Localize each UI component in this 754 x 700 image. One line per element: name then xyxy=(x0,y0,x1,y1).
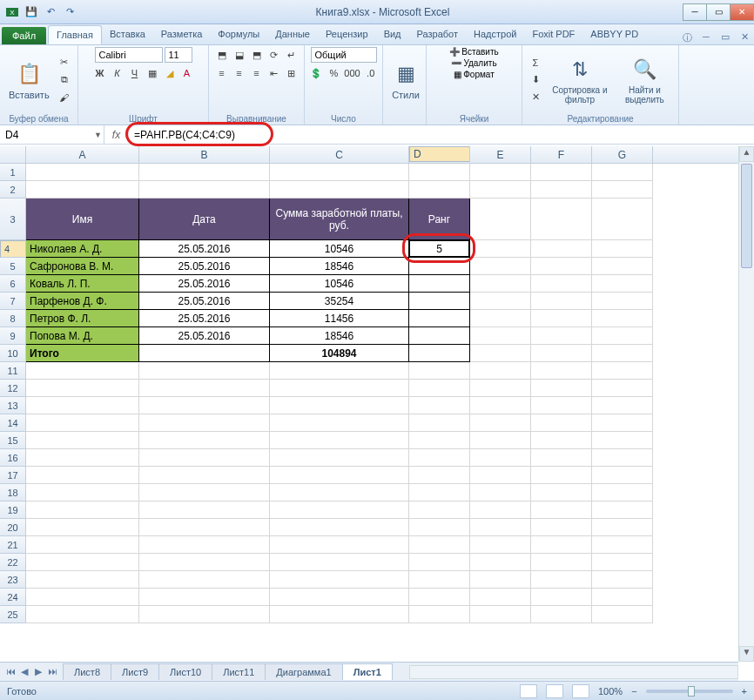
cell-D22[interactable] xyxy=(409,554,470,571)
cell-F10[interactable] xyxy=(531,345,592,362)
ribbon-help-icon[interactable]: ⓘ xyxy=(677,31,697,44)
cell-sum-6[interactable]: 10546 xyxy=(270,275,409,293)
cell-B25[interactable] xyxy=(139,606,270,623)
cell-F22[interactable] xyxy=(531,554,592,571)
cell-A12[interactable] xyxy=(26,380,139,397)
cell-F7[interactable] xyxy=(531,293,592,310)
cell-C21[interactable] xyxy=(270,536,409,554)
cell-rank-5[interactable] xyxy=(409,258,470,275)
fill-icon[interactable]: ⬇ xyxy=(528,72,543,88)
cell-E12[interactable] xyxy=(470,380,531,397)
row-header-20[interactable]: 20 xyxy=(0,519,26,536)
cell-D18[interactable] xyxy=(409,484,470,501)
row-header-21[interactable]: 21 xyxy=(0,536,26,554)
cell-A14[interactable] xyxy=(26,414,139,432)
font-size-select[interactable]: 11 xyxy=(165,47,192,63)
cell-D25[interactable] xyxy=(409,606,470,623)
worksheet-grid[interactable]: ABCDEFG 12345678910111213141516171819202… xyxy=(0,146,738,662)
cell-rank-9[interactable] xyxy=(409,327,470,345)
cell-F23[interactable] xyxy=(531,571,592,589)
cell-G21[interactable] xyxy=(592,536,653,554)
header-rank[interactable]: Ранг xyxy=(409,199,470,240)
ribbon-close-icon[interactable]: ✕ xyxy=(735,31,754,44)
cell-G7[interactable] xyxy=(592,293,653,310)
cell-A17[interactable] xyxy=(26,467,139,484)
copy-icon[interactable]: ⧉ xyxy=(57,72,72,88)
cell-E5[interactable] xyxy=(470,258,531,275)
tab-Рецензир[interactable]: Рецензир xyxy=(318,25,376,44)
fx-label[interactable]: fx xyxy=(104,129,129,141)
cell-sum-5[interactable]: 18546 xyxy=(270,258,409,275)
row-header-10[interactable]: 10 xyxy=(0,345,26,362)
currency-icon[interactable]: 💲 xyxy=(308,65,324,81)
row-header-7[interactable]: 7 xyxy=(0,293,26,310)
cell-F11[interactable] xyxy=(531,362,592,380)
cell-D16[interactable] xyxy=(409,449,470,467)
cell-E17[interactable] xyxy=(470,467,531,484)
cell-E16[interactable] xyxy=(470,449,531,467)
sheet-first-icon[interactable]: ⏮ xyxy=(3,666,17,677)
row-header-15[interactable]: 15 xyxy=(0,432,26,449)
cell-G4[interactable] xyxy=(592,240,653,258)
cell-D1[interactable] xyxy=(409,164,470,181)
cell-A24[interactable] xyxy=(26,589,139,606)
col-header-B[interactable]: B xyxy=(139,146,270,163)
col-header-C[interactable]: C xyxy=(270,146,409,163)
indent-dec-icon[interactable]: ⇤ xyxy=(266,65,282,81)
row-header-5[interactable]: 5 xyxy=(0,258,26,275)
cell-B22[interactable] xyxy=(139,554,270,571)
cell-F24[interactable] xyxy=(531,589,592,606)
bold-button[interactable]: Ж xyxy=(92,65,108,81)
cell-B20[interactable] xyxy=(139,519,270,536)
sort-filter-button[interactable]: ⇅Сортировка и фильтр xyxy=(547,54,613,106)
cell-G1[interactable] xyxy=(592,164,653,181)
cell-E7[interactable] xyxy=(470,293,531,310)
cell-name-8[interactable]: Петров Ф. Л. xyxy=(26,310,139,327)
cell-C20[interactable] xyxy=(270,519,409,536)
wrap-text-icon[interactable]: ↵ xyxy=(284,47,300,63)
cell-total-b[interactable] xyxy=(139,345,270,362)
cell-C24[interactable] xyxy=(270,589,409,606)
cell-total-sum[interactable]: 104894 xyxy=(270,345,409,362)
sheet-last-icon[interactable]: ⏭ xyxy=(45,666,59,677)
cell-C15[interactable] xyxy=(270,432,409,449)
merge-icon[interactable]: ⊞ xyxy=(284,65,300,81)
cell-G5[interactable] xyxy=(592,258,653,275)
cell-C23[interactable] xyxy=(270,571,409,589)
cell-D17[interactable] xyxy=(409,467,470,484)
align-left-icon[interactable]: ≡ xyxy=(214,65,230,81)
cell-E24[interactable] xyxy=(470,589,531,606)
cell-G18[interactable] xyxy=(592,484,653,501)
cell-E15[interactable] xyxy=(470,432,531,449)
close-button[interactable]: ✕ xyxy=(730,3,754,21)
cell-D14[interactable] xyxy=(409,414,470,432)
col-header-E[interactable]: E xyxy=(470,146,531,163)
view-layout-button[interactable] xyxy=(546,684,563,698)
horizontal-scrollbar[interactable] xyxy=(409,665,738,679)
cell-sum-4[interactable]: 10546 xyxy=(270,240,409,258)
select-all-corner[interactable] xyxy=(0,146,26,163)
col-header-G[interactable]: G xyxy=(592,146,653,163)
header-sum[interactable]: Сумма заработной платы, руб. xyxy=(270,199,409,240)
cell-E20[interactable] xyxy=(470,519,531,536)
scroll-up-icon[interactable]: ▲ xyxy=(739,146,754,162)
cell-A19[interactable] xyxy=(26,501,139,519)
cell-B11[interactable] xyxy=(139,362,270,380)
cell-G15[interactable] xyxy=(592,432,653,449)
cell-F16[interactable] xyxy=(531,449,592,467)
cell-F3[interactable] xyxy=(531,199,592,240)
row-header-16[interactable]: 16 xyxy=(0,449,26,467)
cell-E8[interactable] xyxy=(470,310,531,327)
align-top-icon[interactable]: ⬒ xyxy=(214,47,230,63)
cell-rank-6[interactable] xyxy=(409,275,470,293)
cell-date-9[interactable]: 25.05.2016 xyxy=(139,327,270,345)
fill-color-icon[interactable]: ◢ xyxy=(162,65,178,81)
cell-G13[interactable] xyxy=(592,397,653,414)
tab-Разметка[interactable]: Разметка xyxy=(153,25,211,44)
cell-date-6[interactable]: 25.05.2016 xyxy=(139,275,270,293)
row-header-18[interactable]: 18 xyxy=(0,484,26,501)
paste-button[interactable]: 📋 Вставить xyxy=(5,58,53,102)
row-header-22[interactable]: 22 xyxy=(0,554,26,571)
save-icon[interactable]: 💾 xyxy=(24,5,38,19)
cell-E18[interactable] xyxy=(470,484,531,501)
